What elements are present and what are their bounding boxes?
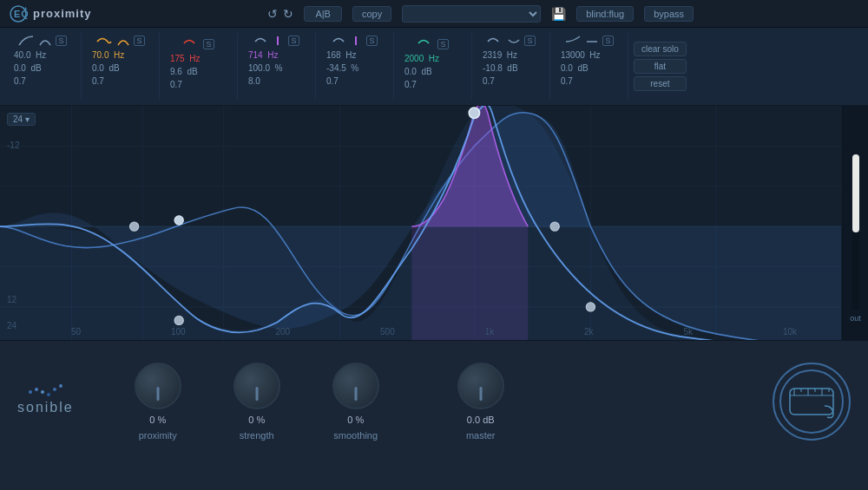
sonible-brand: sonible (17, 400, 74, 415)
header-controls: ↺ ↻ A|B copy 💾 blind:flug bypass (102, 5, 859, 23)
proximity-value: 0 % (149, 415, 166, 425)
redo-button[interactable]: ↻ (283, 7, 293, 21)
blindflug-button[interactable]: blind:flug (576, 6, 634, 22)
band-7-s-button[interactable]: S (524, 36, 535, 46)
band-8-q: 0.7 (561, 75, 621, 88)
band-6-q: 0.7 (404, 78, 464, 91)
band-5-shape-icon (332, 35, 349, 47)
band-1-q: 0.7 (14, 75, 74, 88)
band-1-values: 40.0 Hz 0.0 dB 0.7 (10, 49, 74, 88)
band-5-s-button[interactable]: S (366, 36, 377, 46)
band-7-freq: 2319 Hz (483, 49, 542, 62)
band-3-controls: S (182, 35, 214, 50)
knob-master-group: 0.0 dB master (457, 363, 504, 441)
band-2-s-button[interactable]: S (134, 36, 144, 46)
strength-knob[interactable] (233, 363, 280, 409)
smoothing-label: smoothing (333, 430, 378, 441)
eq-node-low[interactable] (174, 316, 183, 324)
band-3: S 175 Hz 9.6 dB 0.7 (160, 33, 238, 100)
band-3-q: 0.7 (170, 78, 230, 91)
eq-node-7[interactable] (586, 303, 595, 311)
band-4-s-button[interactable]: S (288, 36, 299, 46)
dot-6 (59, 384, 62, 388)
band-7-db: -10.8 dB (483, 62, 542, 75)
band-2-shape-icon (95, 35, 113, 47)
gain-track[interactable] (852, 154, 859, 310)
ab-button[interactable]: A|B (304, 6, 342, 22)
band-1: S 40.0 Hz 0.0 dB 0.7 (3, 33, 82, 100)
eq-node-peak[interactable] (469, 108, 479, 118)
band-3-s-button[interactable]: S (203, 39, 214, 49)
band-6-s-button[interactable]: S (437, 39, 448, 49)
logo-circle (773, 363, 851, 441)
dot-5 (53, 388, 56, 391)
freq-10k: 10k (783, 327, 797, 336)
db-label-12-left: 12 (7, 295, 16, 304)
eq-node-6[interactable] (550, 222, 559, 231)
band-8-values: 13000 Hz 0.0 dB 0.7 (557, 49, 621, 88)
band-7: S 2319 Hz -10.8 dB 0.7 (472, 33, 550, 100)
band-2-db: 0.0 dB (92, 62, 152, 75)
band-5-freq: 168 Hz (326, 49, 386, 62)
knob-proximity-group: 0 % proximity (135, 363, 181, 441)
preset-select[interactable] (402, 5, 541, 23)
band-4-freq: 714 Hz (248, 49, 308, 62)
master-knob[interactable] (457, 363, 504, 409)
band-5-values: 168 Hz -34.5 % 0.7 (323, 49, 386, 88)
eq-node-2[interactable] (129, 222, 138, 231)
band-3-shape-icon (182, 36, 200, 49)
band-4-q: 8.0 (248, 75, 308, 88)
band-4-line-icon (274, 35, 285, 47)
band-1-db: 0.0 dB (14, 62, 74, 75)
band-7-q: 0.7 (483, 75, 542, 88)
band-8-s-button[interactable]: S (602, 36, 613, 46)
save-button[interactable]: 💾 (551, 7, 566, 21)
band-3-values: 175 Hz 9.6 dB 0.7 (167, 52, 230, 91)
band-4-shape-icon (253, 35, 271, 47)
undo-button[interactable]: ↺ (267, 7, 278, 21)
band-1-bell-icon (38, 35, 52, 47)
freq-labels: 50 100 200 500 1k 2k 5k 10k (0, 327, 868, 336)
bypass-button[interactable]: bypass (644, 6, 694, 22)
gain-fill (852, 154, 859, 232)
band-2-values: 70.0 Hz 0.0 dB 0.7 (89, 49, 152, 88)
band-3-freq: 175 Hz (170, 52, 230, 65)
knob-strength-group: 0 % strength (233, 363, 280, 441)
copy-button[interactable]: copy (352, 6, 391, 22)
band-8: S 13000 Hz 0.0 dB 0.7 (550, 33, 628, 100)
band-2: S 70.0 Hz 0.0 dB 0.7 (82, 33, 160, 100)
master-label: master (466, 430, 496, 441)
eq-node-3[interactable] (174, 216, 183, 225)
freq-100: 100 (171, 327, 186, 336)
band-2-bell-icon (116, 35, 130, 47)
reset-button[interactable]: reset (634, 76, 687, 91)
band-8-line-icon (585, 35, 599, 47)
eq-band-strip: S 40.0 Hz 0.0 dB 0.7 S 70.0 Hz 0.0 dB 0.… (0, 28, 868, 106)
master-value: 0.0 dB (467, 415, 495, 425)
tape-measure-icon (777, 367, 846, 436)
band-6-shape-icon (417, 36, 434, 49)
eq-display: 24 ▾ -12 (0, 106, 868, 340)
band-1-s-button[interactable]: S (56, 36, 66, 46)
clear-solo-button[interactable]: clear solo (634, 42, 687, 56)
band-1-freq: 40.0 Hz (14, 49, 74, 62)
dot-2 (35, 388, 38, 391)
gain-slider[interactable]: out (842, 106, 868, 340)
band-5-db: -34.5 % (326, 62, 386, 75)
flat-button[interactable]: flat (634, 59, 687, 74)
proximity-knob[interactable] (135, 363, 181, 409)
band-2-q: 0.7 (92, 75, 152, 88)
band-5-line-icon (352, 35, 363, 47)
band-4-db: 100.0 % (248, 62, 308, 75)
band-5: S 168 Hz -34.5 % 0.7 (316, 33, 394, 100)
band-8-shape-icon (564, 35, 582, 47)
smoothing-knob[interactable] (332, 363, 379, 409)
band-5-q: 0.7 (326, 75, 386, 88)
freq-1k: 1k (485, 327, 495, 336)
freq-2k: 2k (584, 327, 594, 336)
band-7-controls: S (486, 35, 535, 47)
band-8-db: 0.0 dB (561, 62, 621, 75)
freq-500: 500 (380, 327, 395, 336)
freq-200: 200 (276, 327, 291, 336)
app-logo: EQ + proximity (9, 4, 92, 23)
